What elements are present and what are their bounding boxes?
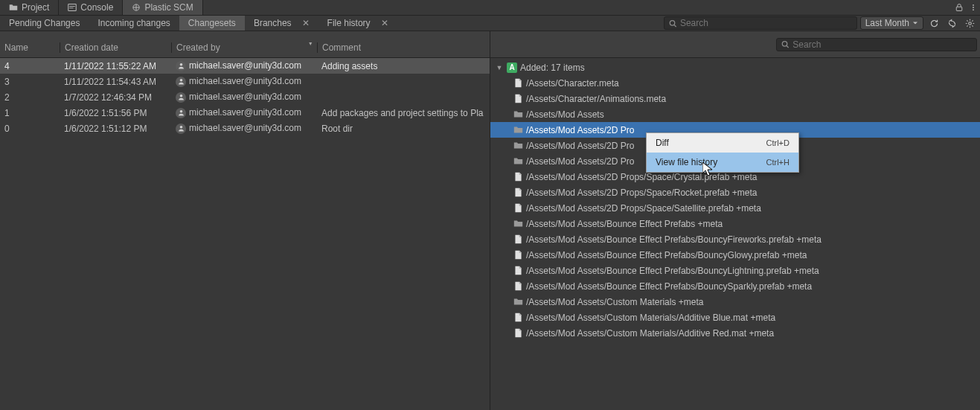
tree-item-path: /Assets/Character.meta [526, 78, 619, 89]
avatar-icon [176, 92, 186, 103]
refresh-icon [929, 19, 939, 28]
svg-point-10 [179, 95, 182, 97]
cell-date: 1/6/2022 1:51:12 PM [60, 124, 171, 134]
cell-date: 1/11/2022 11:54:43 AM [60, 77, 171, 87]
tree-item[interactable]: /Assets/Character/Animations.meta [490, 91, 980, 106]
tab-pending-changes[interactable]: Pending Changes [0, 16, 89, 31]
search-icon [669, 19, 676, 28]
folder-icon [513, 109, 523, 120]
svg-rect-2 [956, 7, 962, 10]
lock-icon[interactable] [955, 3, 964, 12]
sync-button[interactable] [944, 16, 959, 30]
window-tab-bar: Project Console Plastic SCM [0, 0, 980, 16]
tab-incoming-changes[interactable]: Incoming changes [89, 16, 179, 31]
changeset-row[interactable]: 01/6/2022 1:51:12 PMmichael.saver@unity3… [0, 121, 490, 136]
svg-point-3 [973, 4, 974, 6]
period-select[interactable]: Last Month [860, 16, 923, 30]
tree-item-path: /Assets/Character/Animations.meta [526, 94, 666, 104]
cell-id: 1 [0, 108, 60, 118]
column-comment[interactable]: Comment [317, 42, 490, 53]
tab-project[interactable]: Project [0, 0, 59, 15]
tree-item[interactable]: /Assets/Mod Assets/Bounce Effect Prefabs… [490, 263, 980, 278]
expander-icon[interactable]: ▼ [495, 64, 504, 71]
context-item-label: View file history [656, 157, 717, 167]
tree-item[interactable]: /Assets/Mod Assets/Bounce Effect Prefabs… [490, 216, 980, 231]
tree-item-path: /Assets/Mod Assets/Custom Materials/Addi… [526, 328, 774, 339]
context-menu-item[interactable]: View file historyCtrl+H [647, 153, 798, 172]
sync-icon [947, 19, 957, 28]
changesets-panel: Name Creation date Created by▾ Comment 4… [0, 31, 490, 410]
svg-point-7 [968, 22, 971, 25]
svg-point-9 [179, 79, 182, 82]
file-icon [513, 281, 523, 292]
file-icon [513, 250, 523, 260]
changeset-row[interactable]: 21/7/2022 12:46:34 PMmichael.saver@unity… [0, 89, 490, 105]
avatar-icon [176, 124, 186, 134]
avatar-icon [176, 61, 186, 71]
file-icon [513, 188, 523, 198]
tree-item-path: /Assets/Mod Assets/2D Pro [526, 125, 634, 135]
tree-item[interactable]: /Assets/Mod Assets/Custom Materials/Addi… [490, 325, 980, 341]
changeset-row[interactable]: 41/11/2022 11:55:22 AMmichael.saver@unit… [0, 58, 490, 74]
cell-created-by: michael.saver@unity3d.com [171, 123, 317, 134]
tree-item[interactable]: /Assets/Mod Assets/Custom Materials +met… [490, 294, 980, 310]
detail-tree: ▼AAdded: 17 items/Assets/Character.meta/… [490, 58, 980, 410]
group-header-label: Added: 17 items [520, 63, 585, 73]
folder-icon [513, 125, 523, 135]
tree-item-path: /Assets/Mod Assets/Bounce Effect Prefabs… [526, 266, 819, 276]
svg-point-8 [179, 63, 182, 66]
column-created-by[interactable]: Created by▾ [171, 42, 317, 53]
svg-point-11 [179, 110, 182, 113]
search-input[interactable] [680, 18, 852, 28]
tab-plastic-scm[interactable]: Plastic SCM [123, 0, 202, 15]
refresh-button[interactable] [926, 16, 941, 30]
svg-point-6 [670, 20, 674, 25]
close-icon[interactable]: ✕ [381, 18, 388, 28]
tree-item-path: /Assets/Mod Assets [526, 109, 604, 120]
cell-comment: Adding assets [317, 61, 490, 71]
tree-item-path: /Assets/Mod Assets/Bounce Effect Prefabs… [526, 281, 812, 292]
folder-icon [513, 297, 523, 307]
tab-project-label: Project [22, 2, 49, 13]
tree-item[interactable]: /Assets/Mod Assets/Bounce Effect Prefabs… [490, 278, 980, 294]
tab-branches[interactable]: Branches✕ [245, 16, 318, 31]
kebab-icon[interactable] [970, 3, 977, 12]
tree-item[interactable]: /Assets/Character.meta [490, 75, 980, 91]
tab-console[interactable]: Console [59, 0, 123, 15]
tree-item[interactable]: /Assets/Mod Assets [490, 106, 980, 122]
tab-file-history[interactable]: File history✕ [318, 16, 397, 31]
tab-plastic-label: Plastic SCM [144, 2, 193, 13]
tree-item-path: /Assets/Mod Assets/2D Pro [526, 156, 634, 167]
column-name[interactable]: Name [0, 42, 60, 53]
folder-icon [513, 156, 523, 167]
tree-item-path: /Assets/Mod Assets/Custom Materials +met… [526, 297, 703, 307]
tree-group-header[interactable]: ▼AAdded: 17 items [490, 60, 980, 75]
search-input-wrapper[interactable] [664, 16, 857, 30]
avatar-icon [176, 77, 186, 87]
tree-item[interactable]: /Assets/Mod Assets/Bounce Effect Prefabs… [490, 231, 980, 247]
changeset-row[interactable]: 31/11/2022 11:54:43 AMmichael.saver@unit… [0, 74, 490, 89]
tree-item[interactable]: /Assets/Mod Assets/Bounce Effect Prefabs… [490, 247, 980, 263]
svg-point-12 [179, 126, 182, 129]
cell-date: 1/7/2022 12:46:34 PM [60, 92, 171, 103]
tree-item[interactable]: /Assets/Mod Assets/2D Props/Space/Rocket… [490, 185, 980, 200]
tree-item-path: /Assets/Mod Assets/2D Props/Space/Satell… [526, 203, 761, 214]
tab-changesets[interactable]: Changesets [179, 16, 245, 31]
changeset-detail-panel: ▼AAdded: 17 items/Assets/Character.meta/… [490, 31, 980, 410]
tree-item[interactable]: /Assets/Mod Assets/2D Props/Space/Satell… [490, 200, 980, 216]
column-creation-date[interactable]: Creation date [60, 42, 171, 53]
tree-item[interactable]: /Assets/Mod Assets/Custom Materials/Addi… [490, 310, 980, 325]
detail-search-wrapper[interactable] [776, 38, 977, 51]
sort-indicator-icon: ▾ [309, 42, 313, 47]
cell-id: 3 [0, 77, 60, 87]
changeset-row[interactable]: 11/6/2022 1:51:56 PMmichael.saver@unity3… [0, 105, 490, 121]
file-icon [513, 78, 523, 89]
svg-point-5 [973, 9, 974, 10]
folder-icon [513, 219, 523, 229]
context-menu-item[interactable]: DiffCtrl+D [647, 133, 798, 153]
close-icon[interactable]: ✕ [302, 18, 310, 28]
settings-button[interactable] [962, 16, 977, 30]
detail-search-input[interactable] [792, 39, 972, 50]
context-item-shortcut: Ctrl+D [766, 138, 790, 147]
cell-created-by: michael.saver@unity3d.com [171, 92, 317, 103]
